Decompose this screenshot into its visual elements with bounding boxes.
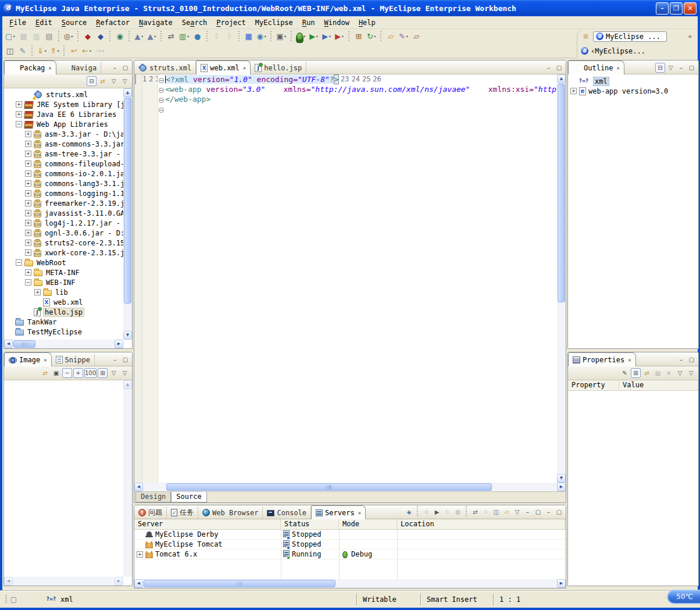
column-header-status[interactable]: Status — [281, 519, 339, 529]
scroll-right-icon[interactable]: ▶ — [557, 579, 566, 588]
tree-expander-icon[interactable]: − — [25, 279, 31, 286]
tree-expander-icon[interactable]: + — [25, 230, 31, 236]
tree-expander-icon[interactable]: + — [25, 269, 31, 276]
menu-project[interactable]: Project — [212, 17, 251, 28]
restart-server-button[interactable]: ↻ — [442, 507, 452, 517]
tree-item-asm-tree-3-3-jar[interactable]: +asm-tree-3.3.jar - — [4, 149, 123, 159]
tree-item-xwork-core-2-3-15-j[interactable]: +xwork-core-2.3.15.j — [4, 248, 123, 258]
tree-item-ognl-3-0-6-jar-d[interactable]: +ognl-3.0.6.jar - D: — [4, 228, 123, 238]
tree-item-commons-io-2-0-1-ja[interactable]: +commons-io-2.0.1.ja — [4, 169, 123, 179]
run-history-button[interactable]: ▶▾ — [320, 30, 333, 43]
tree-expander-icon[interactable]: + — [25, 249, 31, 256]
code-line[interactable]: <?xml version="1.0" encoding="UTF-8"?> — [165, 75, 338, 84]
browser-button[interactable]: ◉▾ — [255, 30, 269, 43]
menu-source[interactable]: Source — [57, 17, 91, 28]
tree-expander-icon[interactable]: − — [16, 121, 22, 127]
tree-item-web-app-libraries[interactable]: −Web App Libraries — [4, 119, 123, 129]
scroll-left-icon[interactable]: ◀ — [4, 340, 13, 348]
tree-item-log4j-1-2-17-jar[interactable]: +log4j-1.2.17.jar - — [4, 218, 123, 228]
scroll-right-icon[interactable]: ▶ — [557, 483, 566, 491]
view-dropdown-icon[interactable]: ▽ — [120, 76, 130, 86]
fast-view-icon[interactable]: ▢ — [9, 594, 19, 604]
menu-navigate[interactable]: Navigate — [134, 17, 177, 28]
bottom-tab-console[interactable]: Console — [263, 506, 311, 519]
bottom-tab-web-browser[interactable]: Web Browser — [198, 506, 263, 519]
scroll-thumb[interactable] — [166, 483, 492, 491]
pin-button[interactable]: ✎ — [620, 368, 630, 378]
pull-down-button[interactable]: ⇓▾ — [35, 45, 48, 58]
value-column-header[interactable]: Value — [619, 380, 698, 390]
scroll-down-icon[interactable]: ▼ — [123, 331, 132, 340]
open-deployment-button[interactable]: ▱ — [502, 507, 512, 517]
properties-tab-properties[interactable]: Properties✕ — [568, 352, 636, 366]
bottom-tab-servers[interactable]: Servers✕ — [311, 505, 366, 519]
view-menu-button[interactable]: ▽ — [675, 368, 685, 378]
column-header-mode[interactable]: Mode — [339, 519, 397, 529]
debug-server-button[interactable]: ✣ — [422, 507, 431, 517]
tree-expander-icon[interactable]: + — [25, 151, 31, 157]
tree-expander-icon[interactable]: + — [16, 111, 22, 117]
view-menu-button[interactable]: ▽ — [109, 76, 119, 86]
new-report-button[interactable]: ▦ — [242, 30, 255, 43]
toolbar-overflow-chevron[interactable]: » — [688, 33, 694, 40]
tree-item-commons-lang3-3-1-j[interactable]: +commons-lang3-3.1.j — [4, 179, 123, 188]
tree-item-testmyeclipse[interactable]: TestMyEclipse — [4, 327, 123, 337]
column-header-location[interactable]: Location — [397, 519, 565, 529]
run-button[interactable]: ▶▾ — [308, 30, 320, 43]
tree-item-asm-commons-3-3-jar[interactable]: +asm-commons-3.3.jar — [4, 139, 123, 149]
bottom-tab-任务[interactable]: 任务 — [167, 506, 198, 519]
tree-expander-icon[interactable]: + — [25, 131, 31, 137]
editor-tab-struts-xml[interactable]: struts.xml — [134, 62, 196, 74]
minimize-button[interactable]: – — [523, 507, 533, 517]
maximize-view-button[interactable]: ▢ — [120, 355, 130, 365]
menu-refactor[interactable]: Refactor — [91, 17, 134, 28]
sync-deploy-button[interactable]: ⇄ — [165, 30, 177, 43]
tree-item-asm-3-3-jar-d-ja[interactable]: +asm-3.3.jar - D:\ja — [4, 129, 123, 139]
package-explorer-hscrollbar[interactable]: ◀ ▶ — [4, 340, 123, 348]
minimize-view-button[interactable]: – — [544, 507, 553, 517]
package-explorer-tab-packag[interactable]: Packag✕ — [4, 60, 56, 74]
tree-item-javassist-3-11-0-ga[interactable]: +javassist-3.11.0.GA — [4, 208, 123, 218]
tree-expander-icon[interactable]: + — [16, 101, 22, 108]
maximize-button[interactable]: ▢ — [533, 507, 543, 517]
redeploy-button[interactable]: ⇄ — [470, 507, 480, 517]
stop-server-button[interactable]: ■ — [453, 507, 463, 517]
collapse-fold-icon[interactable]: − — [159, 78, 164, 83]
image-panel-tab-snippe[interactable]: Snippe — [52, 354, 95, 366]
open-perspective-icon[interactable]: ⊞ — [581, 31, 591, 41]
view-dropdown-icon[interactable]: ▽ — [686, 368, 696, 378]
minimize-view-button[interactable]: – — [110, 63, 120, 73]
run-server-button[interactable]: ▶ — [432, 507, 442, 517]
collapse-fold-icon[interactable]: − — [159, 88, 164, 93]
close-tab-icon[interactable]: ✕ — [47, 65, 51, 71]
code-line[interactable]: xmlns:xsi="http://www.w3.org/2001/XMLSch… — [470, 85, 557, 94]
image-panel-tab-image[interactable]: Image✕ — [4, 352, 52, 366]
tree-item-hello-jsp[interactable]: hello.jsp — [4, 307, 123, 317]
remove-deployment-button[interactable]: ✕ — [481, 507, 491, 517]
menu-run[interactable]: Run — [298, 17, 320, 28]
tree-item-webroot[interactable]: −WebRoot — [4, 258, 123, 267]
tree-item-struts-xml[interactable]: struts.xml — [4, 90, 123, 99]
tree-mode-button[interactable]: ⊞ — [631, 368, 641, 378]
project-tree[interactable]: struts.xml+JRE System Library [jd+Java E… — [4, 88, 123, 340]
minimize-view-button[interactable]: – — [110, 355, 120, 365]
tree-expander-icon[interactable]: + — [25, 220, 31, 226]
tree-item-freemarker-2-3-19-j[interactable]: +freemarker-2.3.19.j — [4, 198, 123, 208]
tree-item-tankwar[interactable]: TankWar — [4, 317, 123, 327]
menu-file[interactable]: File — [5, 17, 31, 28]
package-explorer-tab-naviga[interactable]: Naviga — [56, 62, 101, 74]
menu-edit[interactable]: Edit — [31, 17, 57, 28]
open-resource-button[interactable]: ▱ — [384, 30, 397, 43]
close-tab-icon[interactable]: ✕ — [627, 357, 631, 363]
tree-expander-icon[interactable]: + — [25, 210, 31, 216]
save-all-button[interactable]: ▥ — [30, 30, 43, 43]
code-line[interactable]: </web-app> — [165, 95, 210, 104]
outline-tab-outline[interactable]: Outline✕ — [568, 60, 624, 74]
link-with-editor-button[interactable]: ⇄ — [98, 76, 108, 86]
back-button[interactable]: ←▾ — [80, 45, 93, 58]
view-menu-button[interactable]: ▽ — [512, 507, 522, 517]
tree-item-commons-logging-1-1[interactable]: +commons-logging-1.1 — [4, 188, 123, 198]
editor-tab-hello-jsp[interactable]: hello.jsp — [251, 62, 306, 74]
scroll-down-icon[interactable]: ▼ — [557, 474, 566, 483]
link-with-editor-button[interactable]: ⇄ — [40, 368, 50, 378]
